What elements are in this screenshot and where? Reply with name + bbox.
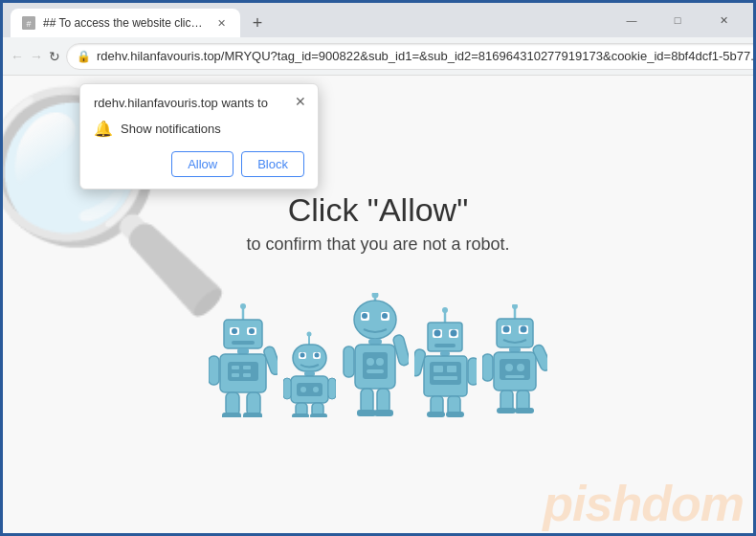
svg-point-33 <box>300 387 306 392</box>
svg-point-47 <box>382 313 388 319</box>
forward-button[interactable]: → <box>30 43 43 70</box>
close-window-button[interactable]: ✕ <box>701 6 745 34</box>
url-text: rdehv.hilanfavouris.top/MRYQU?tag_id=900… <box>97 49 756 63</box>
block-button[interactable]: Block <box>241 151 304 177</box>
svg-point-90 <box>505 364 513 371</box>
svg-point-42 <box>372 293 379 299</box>
robot-2 <box>283 331 336 417</box>
window-controls: — □ ✕ <box>610 6 745 34</box>
tab-favicon: # <box>22 16 35 30</box>
svg-rect-15 <box>232 373 239 377</box>
robot-5 <box>482 304 547 417</box>
svg-rect-22 <box>243 413 262 417</box>
svg-rect-13 <box>232 366 239 369</box>
svg-rect-36 <box>328 378 336 399</box>
svg-rect-9 <box>232 341 255 345</box>
permission-text: Show notifications <box>121 122 221 136</box>
svg-text:#: # <box>26 19 31 29</box>
svg-point-65 <box>434 330 441 337</box>
svg-rect-93 <box>482 354 493 381</box>
new-tab-button[interactable]: + <box>244 10 271 36</box>
svg-rect-75 <box>468 358 477 385</box>
popup-permission-row: 🔔 Show notifications <box>94 120 304 138</box>
svg-rect-53 <box>367 369 384 373</box>
svg-rect-72 <box>447 366 456 372</box>
svg-rect-78 <box>427 412 445 417</box>
svg-rect-48 <box>368 339 382 345</box>
svg-point-81 <box>512 304 518 309</box>
svg-rect-10 <box>237 348 249 354</box>
address-bar[interactable]: 🔒 rdehv.hilanfavouris.top/MRYQU?tag_id=9… <box>66 43 756 70</box>
nav-bar: ← → ↻ 🔒 rdehv.hilanfavouris.top/MRYQU?ta… <box>3 37 753 76</box>
svg-rect-59 <box>374 410 393 416</box>
bell-icon: 🔔 <box>94 120 113 138</box>
svg-rect-39 <box>292 413 309 417</box>
svg-rect-73 <box>434 376 457 380</box>
svg-rect-19 <box>226 392 239 415</box>
watermark-text: pishdom <box>543 479 744 528</box>
refresh-button[interactable]: ↻ <box>49 43 60 70</box>
svg-point-3 <box>240 303 246 309</box>
robot-1 <box>209 302 278 417</box>
svg-rect-92 <box>505 375 524 378</box>
svg-rect-79 <box>446 412 464 417</box>
svg-point-66 <box>451 330 457 337</box>
popup-close-button[interactable]: ✕ <box>291 92 310 111</box>
title-bar: # ## To access the website click th... ✕… <box>3 3 753 37</box>
svg-point-86 <box>521 326 527 333</box>
svg-rect-40 <box>310 413 327 417</box>
svg-rect-17 <box>209 356 219 385</box>
svg-point-34 <box>313 387 319 392</box>
subtext: to confirm that you are not a robot. <box>246 234 509 255</box>
popup-site-text: rdehv.hilanfavouris.top wants to <box>94 96 304 110</box>
lock-icon: 🔒 <box>77 50 91 63</box>
svg-point-91 <box>517 364 524 371</box>
svg-rect-12 <box>228 362 258 381</box>
svg-point-61 <box>442 307 448 313</box>
svg-rect-67 <box>434 344 456 347</box>
minimize-button[interactable]: — <box>610 6 654 34</box>
svg-rect-14 <box>243 366 251 369</box>
svg-rect-54 <box>344 346 354 377</box>
svg-rect-50 <box>363 352 388 379</box>
svg-point-46 <box>362 313 367 319</box>
popup-buttons: Allow Block <box>94 151 304 177</box>
active-tab[interactable]: # ## To access the website click th... ✕ <box>11 9 240 37</box>
svg-rect-58 <box>357 410 376 416</box>
tab-title: ## To access the website click th... <box>43 16 206 30</box>
svg-point-29 <box>315 353 320 358</box>
svg-rect-98 <box>515 408 534 413</box>
tab-close-button[interactable]: ✕ <box>213 15 229 31</box>
svg-rect-20 <box>247 392 260 415</box>
svg-point-24 <box>307 332 312 337</box>
robot-4 <box>414 307 477 417</box>
svg-rect-71 <box>434 366 443 372</box>
svg-rect-16 <box>243 373 251 377</box>
svg-rect-70 <box>430 362 461 385</box>
svg-point-51 <box>367 358 374 366</box>
svg-rect-35 <box>283 378 291 399</box>
svg-point-85 <box>503 326 510 333</box>
robot-3 <box>342 293 409 417</box>
svg-rect-97 <box>497 408 516 413</box>
svg-point-28 <box>300 353 305 358</box>
allow-button[interactable]: Allow <box>171 151 233 177</box>
maximize-button[interactable]: □ <box>656 6 700 34</box>
back-button[interactable]: ← <box>11 43 24 70</box>
svg-point-52 <box>376 358 384 366</box>
robots-illustration <box>209 293 547 417</box>
main-content: 🔍 Click "Allow" to confirm that you are … <box>3 76 753 533</box>
notification-popup: ✕ rdehv.hilanfavouris.top wants to 🔔 Sho… <box>79 83 319 190</box>
tab-area: # ## To access the website click th... ✕… <box>11 3 598 37</box>
svg-point-8 <box>249 328 255 334</box>
svg-rect-21 <box>222 413 241 417</box>
headline-text: Click "Allow" <box>288 191 469 229</box>
chrome-window: # ## To access the website click th... ✕… <box>3 3 753 533</box>
svg-point-7 <box>232 328 237 334</box>
